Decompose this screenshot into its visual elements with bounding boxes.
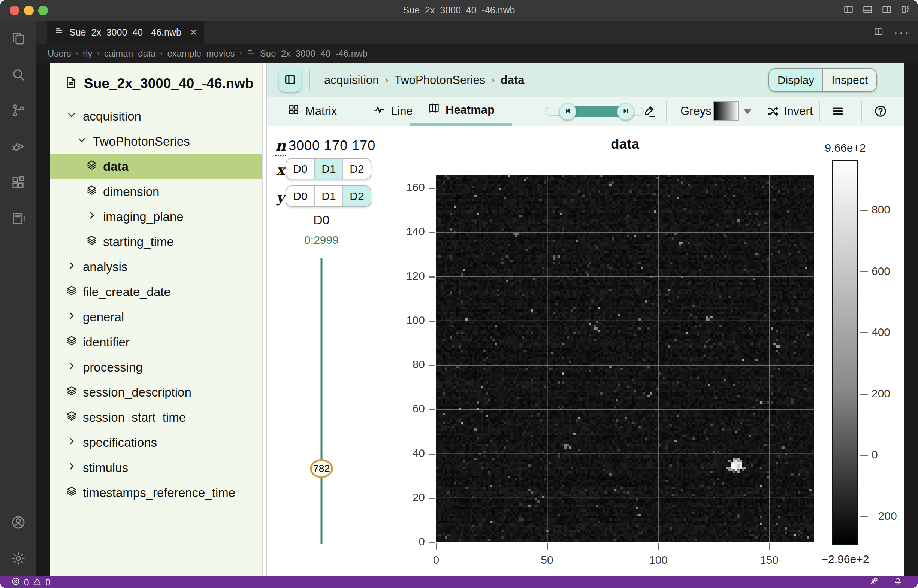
layers-icon bbox=[86, 159, 98, 174]
tree-item-analysis[interactable]: analysis bbox=[50, 254, 262, 279]
tree-item-data[interactable]: data bbox=[50, 154, 262, 179]
mode-display-button[interactable]: Display bbox=[769, 69, 822, 91]
error-count: 0 bbox=[24, 577, 29, 588]
tree-item-label: identifier bbox=[83, 335, 130, 349]
plot-title: data bbox=[611, 136, 639, 152]
tab-label: Sue_2x_3000_40_-46.nwb bbox=[69, 27, 181, 38]
feedback-icon[interactable] bbox=[869, 577, 878, 588]
activity-files-icon[interactable] bbox=[0, 21, 36, 57]
problems-indicator[interactable]: 0 0 bbox=[11, 577, 50, 588]
warning-icon bbox=[32, 577, 42, 588]
tree-item-label: general bbox=[83, 310, 124, 324]
x-dim-option-d2[interactable]: D2 bbox=[342, 159, 371, 179]
tree-item-label: session_start_time bbox=[83, 410, 186, 425]
layers-icon bbox=[86, 234, 98, 249]
skip-end-icon bbox=[621, 105, 630, 118]
window-title: Sue_2x_3000_40_-46.nwb bbox=[0, 5, 918, 16]
toggle-sidebar-button[interactable] bbox=[279, 68, 301, 92]
split-left-icon[interactable] bbox=[843, 4, 854, 16]
range-slider-min-handle[interactable] bbox=[559, 103, 576, 120]
frame-dim-label: D0 bbox=[313, 213, 329, 227]
viewer-toolbar: MatrixLineHeatmapGreysInvert bbox=[267, 97, 904, 126]
tree-item-label: analysis bbox=[83, 260, 127, 274]
activity-settings-gear-icon[interactable] bbox=[0, 540, 36, 577]
nwb-tree-panel: Sue_2x_3000_40_-46.nwb acquisitionTwoPho… bbox=[50, 63, 262, 577]
tree-item-file_create_date[interactable]: file_create_date bbox=[50, 279, 262, 304]
tree-item-label: session_description bbox=[83, 385, 191, 400]
tree-item-dimension[interactable]: dimension bbox=[50, 179, 262, 204]
breadcrumb-item[interactable]: rly bbox=[83, 48, 92, 59]
x-axis-label: 100 bbox=[649, 554, 668, 566]
close-tab-icon[interactable]: × bbox=[190, 27, 197, 38]
chevron-down-icon[interactable] bbox=[743, 109, 752, 114]
colormap-swatch[interactable] bbox=[713, 102, 739, 121]
activity-source-control-icon[interactable] bbox=[0, 92, 36, 128]
axis-tick bbox=[429, 187, 436, 189]
pen-icon[interactable] bbox=[643, 97, 656, 126]
frame-slider-track[interactable] bbox=[321, 258, 322, 544]
tree-item-acquisition[interactable]: acquisition bbox=[50, 104, 262, 129]
breadcrumb-item[interactable]: Users bbox=[48, 48, 71, 59]
tree-item-general[interactable]: general bbox=[50, 304, 262, 330]
mode-inspect-button[interactable]: Inspect bbox=[822, 69, 876, 91]
breadcrumb-item[interactable]: example_movies bbox=[167, 48, 235, 59]
activity-run-debug-icon[interactable] bbox=[0, 128, 36, 165]
tree-item-label: dimension bbox=[103, 185, 159, 199]
dataset-breadcrumb-item[interactable]: TwoPhotonSeries bbox=[394, 73, 485, 87]
activity-notebook-icon[interactable] bbox=[0, 200, 36, 236]
map-icon bbox=[427, 102, 440, 118]
split-bottom-icon[interactable] bbox=[862, 4, 873, 16]
split-right-icon[interactable] bbox=[881, 4, 892, 16]
activity-search-icon[interactable] bbox=[0, 57, 36, 92]
view-tab-matrix[interactable]: Matrix bbox=[287, 97, 337, 126]
tree-item-stimulus[interactable]: stimulus bbox=[50, 455, 262, 480]
dataset-breadcrumb-item[interactable]: acquisition bbox=[324, 73, 379, 87]
dataset-breadcrumb-current: data bbox=[500, 73, 525, 87]
menu-icon[interactable] bbox=[831, 97, 845, 126]
breadcrumb-item[interactable]: caiman_data bbox=[104, 48, 155, 59]
breadcrumb-file[interactable]: Sue_2x_3000_40_-46.nwb bbox=[260, 48, 368, 59]
x-dim-option-d1[interactable]: D1 bbox=[314, 159, 342, 179]
y-dim-option-d2[interactable]: D2 bbox=[342, 186, 371, 206]
split-editor-icon[interactable] bbox=[873, 26, 884, 38]
range-slider[interactable] bbox=[545, 107, 644, 116]
layout-custom-icon[interactable] bbox=[900, 4, 911, 16]
frame-slider-handle[interactable]: 782 bbox=[310, 459, 333, 478]
range-slider-max-handle[interactable] bbox=[617, 103, 635, 120]
tree-item-starting_time[interactable]: starting_time bbox=[50, 229, 262, 254]
tree-item-timestamps_reference_time[interactable]: timestamps_reference_time bbox=[50, 480, 262, 505]
tree-item-specifications[interactable]: specifications bbox=[50, 430, 262, 455]
tree-item-TwoPhotonSeries[interactable]: TwoPhotonSeries bbox=[50, 129, 262, 154]
tree-item-session_description[interactable]: session_description bbox=[50, 380, 262, 405]
axis-tick bbox=[429, 454, 436, 455]
tree-item-label: imaging_plane bbox=[103, 210, 184, 224]
x-dim-option-d0[interactable]: D0 bbox=[286, 159, 314, 179]
help-icon[interactable] bbox=[874, 97, 887, 126]
more-actions-icon[interactable]: ··· bbox=[894, 29, 910, 35]
tree-item-imaging_plane[interactable]: imaging_plane bbox=[50, 204, 262, 229]
editor-right-gutter bbox=[904, 63, 918, 577]
tree-item-session_start_time[interactable]: session_start_time bbox=[50, 405, 262, 430]
view-tab-line[interactable]: Line bbox=[373, 97, 413, 126]
activity-extensions-icon[interactable] bbox=[0, 165, 36, 200]
activity-account-icon[interactable] bbox=[0, 504, 36, 540]
y-dim-option-d1[interactable]: D1 bbox=[314, 186, 342, 206]
swap-icon[interactable] bbox=[766, 97, 780, 126]
editor-tab[interactable]: Sue_2x_3000_40_-46.nwb × bbox=[47, 21, 204, 44]
y-dim-option-d0[interactable]: D0 bbox=[286, 186, 314, 206]
tree-file-title: Sue_2x_3000_40_-46.nwb bbox=[50, 72, 262, 95]
invert-label[interactable]: Invert bbox=[784, 97, 813, 126]
bell-icon[interactable] bbox=[893, 577, 902, 588]
view-tab-label: Matrix bbox=[305, 105, 337, 118]
axis-tick bbox=[429, 498, 436, 499]
dim-n-values: 3000 170 170 bbox=[288, 138, 376, 153]
divider bbox=[819, 101, 820, 122]
tree-item-identifier[interactable]: identifier bbox=[50, 330, 262, 355]
tree-item-processing[interactable]: processing bbox=[50, 355, 262, 380]
view-tab-heatmap[interactable]: Heatmap bbox=[410, 97, 512, 126]
colorbar-tick bbox=[860, 210, 868, 211]
tree-scrollbar[interactable] bbox=[262, 63, 267, 577]
chevron-right-icon bbox=[66, 460, 78, 475]
heatmap-canvas[interactable] bbox=[436, 174, 814, 542]
dataset-viewer: acquisition›TwoPhotonSeries›data Display… bbox=[267, 63, 904, 577]
